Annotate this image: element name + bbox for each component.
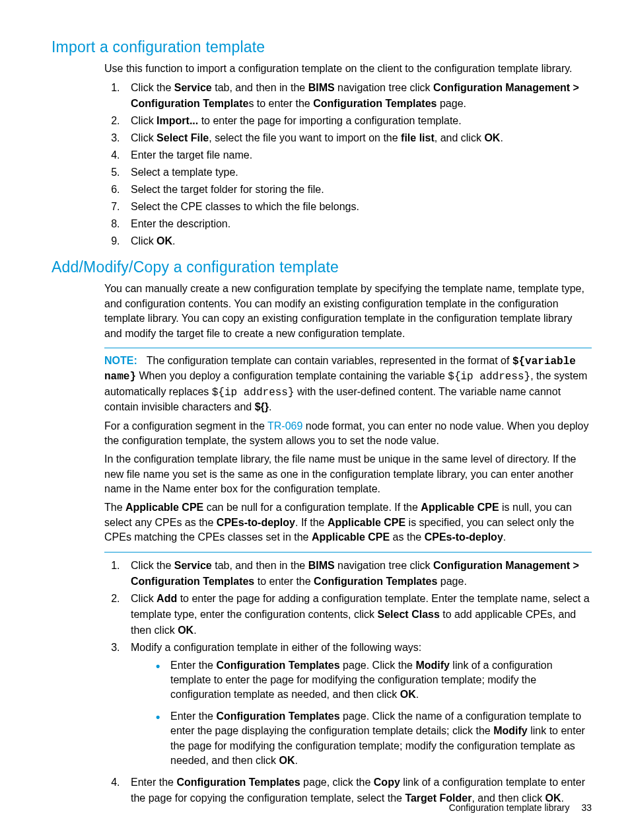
body-paragraph: The Applicable CPE can be null for a con… (104, 500, 592, 545)
document-page: Import a configuration template Use this… (0, 0, 630, 840)
list-item: Enter the description. (123, 216, 592, 232)
list-item: Enter the Configuration Templates page. … (156, 658, 592, 703)
note-label: NOTE: (104, 355, 137, 366)
body-paragraph: For a configuration segment in the TR-06… (104, 419, 592, 449)
list-item: Select the target folder for storing the… (123, 182, 592, 198)
list-item: Enter the Configuration Templates page. … (156, 709, 592, 769)
section2-steps: Click the Service tab, and then in the B… (104, 558, 592, 807)
list-item: Click the Service tab, and then in the B… (123, 80, 592, 112)
list-item: Modify a configuration template in eithe… (123, 640, 592, 769)
list-item: Select the CPE classes to which the file… (123, 199, 592, 215)
list-item: Enter the Configuration Templates page, … (123, 775, 592, 806)
section1-body: Use this function to import a configurat… (104, 61, 592, 249)
list-item: Select a template type. (123, 165, 592, 180)
intro-paragraph: You can manually create a new configurat… (104, 282, 592, 341)
footer-title: Configuration template library (449, 802, 570, 813)
page-number: 33 (581, 802, 592, 813)
list-item: Click Select File, select the file you w… (123, 130, 592, 146)
heading-add-modify-copy: Add/Modify/Copy a configuration template (52, 258, 592, 276)
body-paragraph: In the configuration template library, t… (104, 452, 592, 496)
note-paragraph: NOTE:The configuration template can cont… (104, 354, 592, 415)
list-item: Click Import... to enter the page for im… (123, 113, 592, 129)
divider (104, 348, 592, 348)
tr-069-link[interactable]: TR-069 (267, 420, 302, 432)
intro-paragraph: Use this function to import a configurat… (104, 61, 592, 76)
list-item: Enter the target file name. (123, 147, 592, 163)
heading-import: Import a configuration template (52, 38, 592, 56)
section2-body: You can manually create a new configurat… (104, 282, 592, 806)
section1-steps: Click the Service tab, and then in the B… (104, 80, 592, 249)
list-item: Click Add to enter the page for adding a… (123, 591, 592, 638)
modify-options: Enter the Configuration Templates page. … (131, 658, 592, 769)
list-item: Click OK. (123, 233, 592, 249)
page-footer: Configuration template library 33 (449, 802, 592, 813)
divider (104, 552, 592, 553)
list-item: Click the Service tab, and then in the B… (123, 558, 592, 590)
